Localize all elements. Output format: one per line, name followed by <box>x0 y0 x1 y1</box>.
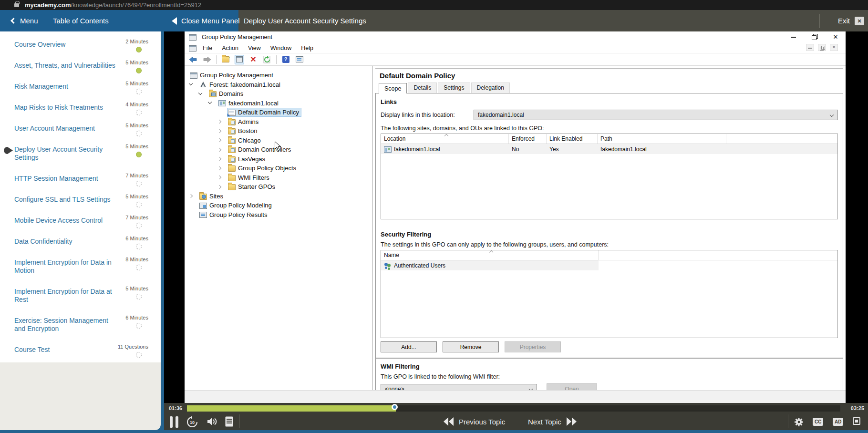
tree-item-label[interactable]: Admins <box>238 118 258 125</box>
toolbar-help-button[interactable]: ? <box>281 55 290 64</box>
tree-item-label[interactable]: Group Policy Objects <box>238 165 296 172</box>
toc-item-label[interactable]: Asset, Threats, and Vulnerabilities <box>14 62 117 70</box>
tab-delegation[interactable]: Delegation <box>471 82 510 93</box>
mdi-minimize-button[interactable] <box>806 44 814 51</box>
close-menu-panel-button[interactable]: Close Menu Panel <box>172 10 240 31</box>
chevron-collapsed-icon[interactable] <box>216 128 227 134</box>
mdi-close-button[interactable]: ✕ <box>830 44 838 51</box>
toc-item-label[interactable]: Implement Encryption for Data in Motion <box>14 258 117 275</box>
exit-close-button[interactable]: ✕ <box>855 17 864 25</box>
toc-item[interactable]: Course Overview2 Minutes <box>0 34 161 55</box>
seek-bar[interactable] <box>187 405 840 412</box>
links-row[interactable]: fakedomain1.localNoYesfakedomain1.local <box>381 144 837 154</box>
toc-item-label[interactable]: Configure SSL and TLS Settings <box>14 196 117 204</box>
links-col-header[interactable]: Location <box>381 134 509 144</box>
tree-item-label[interactable]: Sites <box>209 193 223 200</box>
tree-item[interactable]: Starter GPOs <box>185 182 372 192</box>
tree-item-label[interactable]: WMI Filters <box>238 174 269 181</box>
tree-item[interactable]: Group Policy Management <box>185 71 372 80</box>
links-col-header[interactable]: Path <box>598 134 726 144</box>
tab-settings[interactable]: Settings <box>438 82 470 93</box>
links-col-header[interactable]: Enforced <box>509 134 547 144</box>
fullscreen-button[interactable] <box>853 417 860 425</box>
chevron-collapsed-icon[interactable] <box>216 118 227 125</box>
toolbar-back-button[interactable] <box>188 55 198 64</box>
menu-help[interactable]: Help <box>296 44 318 52</box>
chevron-collapsed-icon[interactable] <box>216 174 227 181</box>
transcript-button[interactable] <box>225 416 233 427</box>
toc-item[interactable]: Course Test11 Questions <box>0 340 161 361</box>
tree-item[interactable]: Forest: fakedomain1.local <box>185 80 372 90</box>
toc-item-label[interactable]: Implement Encryption for Data at Rest <box>14 288 117 304</box>
toc-item[interactable]: Implement Encryption for Data at Rest5 M… <box>0 281 161 310</box>
tree-item[interactable]: Boston <box>185 126 372 136</box>
toc-item-label[interactable]: Course Overview <box>14 41 117 49</box>
chevron-collapsed-icon[interactable] <box>216 146 227 153</box>
minimize-button[interactable] <box>790 33 797 40</box>
chevron-collapsed-icon[interactable] <box>187 193 199 199</box>
toc-item-label[interactable]: Map Risks to Risk Treatments <box>14 103 117 112</box>
tree-item[interactable]: Default Domain Policy <box>185 108 372 117</box>
toc-item-label[interactable]: HTTP Session Management <box>14 175 117 183</box>
tree-item[interactable]: Group Policy Objects <box>185 164 372 173</box>
toc-item-label[interactable]: Exercise: Session Management and Encrypt… <box>14 317 117 333</box>
menu-view[interactable]: View <box>243 44 266 52</box>
chevron-collapsed-icon[interactable] <box>216 165 227 172</box>
tree-item-label[interactable]: Default Domain Policy <box>238 109 299 116</box>
chevron-expanded-icon[interactable] <box>206 100 218 106</box>
tree-item-label[interactable]: LasVegas <box>238 155 265 163</box>
tree-item[interactable]: Admins <box>185 117 372 127</box>
tree-item[interactable]: fakedomain1.local <box>185 99 372 108</box>
toc-item[interactable]: Asset, Threats, and Vulnerabilities5 Min… <box>0 55 161 76</box>
settings-gear-button[interactable] <box>794 417 804 427</box>
chevron-collapsed-icon[interactable] <box>216 155 227 162</box>
tree-item-label[interactable]: fakedomain1.local <box>228 100 279 107</box>
remove-button[interactable]: Remove <box>443 341 499 352</box>
tree-item-label[interactable]: Forest: fakedomain1.local <box>209 81 280 88</box>
security-row[interactable]: Authenticated Users <box>381 260 599 270</box>
tree-item[interactable]: Sites <box>185 192 372 201</box>
chevron-expanded-icon[interactable] <box>196 91 208 97</box>
menu-button[interactable]: Menu <box>11 10 38 31</box>
toc-item[interactable]: Exercise: Session Management and Encrypt… <box>0 310 161 340</box>
toc-item[interactable]: Implement Encryption for Data in Motion8… <box>0 252 161 281</box>
tree-item-label[interactable]: Group Policy Results <box>209 211 267 218</box>
ad-button[interactable]: AD <box>833 418 843 426</box>
toc-item[interactable]: Configure SSL and TLS Settings5 Minutes <box>0 189 161 210</box>
toc-item[interactable]: Risk Management5 Minutes <box>0 76 161 97</box>
seek-thumb[interactable] <box>392 404 398 410</box>
toc-item[interactable]: Data Confidentiality6 Minutes <box>0 231 161 252</box>
toc-item-label[interactable]: Mobile Device Access Control <box>14 216 117 225</box>
tab-details[interactable]: Details <box>408 82 437 93</box>
mdi-restore-button[interactable] <box>818 44 826 51</box>
chevron-collapsed-icon[interactable] <box>216 137 227 144</box>
tab-scope[interactable]: Scope <box>379 83 407 93</box>
menu-action[interactable]: Action <box>217 44 243 52</box>
tree-item[interactable]: Group Policy Modeling <box>185 201 372 210</box>
toc-item-label[interactable]: User Account Management <box>14 124 117 133</box>
tree-item-label[interactable]: Boston <box>238 127 257 134</box>
toc-item[interactable]: Deploy User Account Security Settings5 M… <box>0 139 161 168</box>
tree-item-label[interactable]: Domain Controllers <box>238 146 291 153</box>
pause-button[interactable] <box>170 416 178 428</box>
add-button[interactable]: Add... <box>381 341 437 352</box>
restore-button[interactable] <box>811 33 818 40</box>
tree-item-label[interactable]: Group Policy Management <box>200 72 273 79</box>
toolbar-folder-up-button[interactable] <box>221 55 230 64</box>
links-col-header[interactable]: Link Enabled <box>547 134 598 144</box>
toc-item[interactable]: User Account Management5 Minutes <box>0 118 161 139</box>
toc-item-label[interactable]: Risk Management <box>14 82 117 91</box>
exit-label[interactable]: Exit <box>838 17 850 25</box>
toc-item-label[interactable]: Course Test <box>14 346 117 354</box>
toolbar-delete-button[interactable]: ✕ <box>248 55 258 64</box>
menu-window[interactable]: Window <box>266 44 296 52</box>
tree-item[interactable]: Group Policy Results <box>185 210 372 220</box>
next-topic-button[interactable]: Next Topic <box>528 417 577 426</box>
tree-item-label[interactable]: Chicago <box>238 137 261 144</box>
toc-item[interactable]: HTTP Session Management7 Minutes <box>0 168 161 189</box>
toolbar-refresh-button[interactable] <box>262 55 272 64</box>
toc-item[interactable]: Mobile Device Access Control7 Minutes <box>0 210 161 231</box>
properties-button[interactable]: Properties <box>505 341 561 352</box>
toolbar-forward-button[interactable] <box>202 55 212 64</box>
volume-button[interactable] <box>207 417 217 426</box>
